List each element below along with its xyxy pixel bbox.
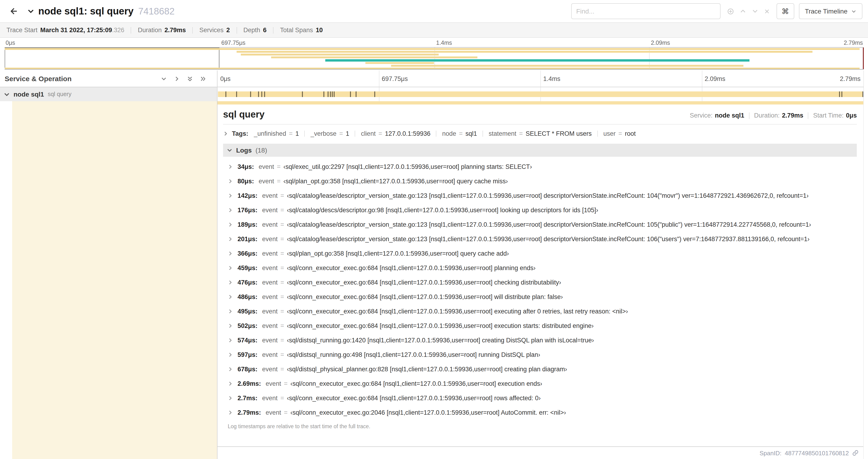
- trace-depth: Depth 6: [243, 27, 267, 34]
- log-equals: =: [284, 409, 288, 416]
- tag-key: _verbose: [311, 130, 337, 137]
- tag-key: node: [442, 130, 456, 137]
- trace-start-ms: .326: [112, 27, 124, 34]
- collapse-controls: [161, 76, 206, 81]
- span-row-label[interactable]: node sql1 sql query: [0, 87, 217, 101]
- log-entry[interactable]: 476μs: event = ‹sql/conn_executor_exec.g…: [228, 275, 857, 290]
- log-entry[interactable]: 34μs: event = ‹sql/exec_util.go:2297 [ns…: [228, 160, 857, 174]
- log-field-value: ‹sql/exec_util.go:2297 [nsql1,client=127…: [283, 163, 532, 170]
- log-entry[interactable]: 495μs: event = ‹sql/conn_executor_exec.g…: [228, 304, 857, 319]
- service-value: node sql1: [715, 112, 744, 119]
- log-entry[interactable]: 142μs: event = ‹sql/catalog/lease/descri…: [228, 189, 857, 203]
- log-entry[interactable]: 366μs: event = ‹sql/plan_opt.go:358 [nsq…: [228, 246, 857, 261]
- trace-duration: Duration 2.79ms: [138, 27, 186, 34]
- expand-all-button[interactable]: [200, 76, 206, 81]
- chevron-right-icon: [228, 164, 233, 169]
- log-equals: =: [284, 380, 288, 387]
- column-tick: 2.79ms: [840, 75, 861, 82]
- minimap-canvas[interactable]: [5, 47, 864, 69]
- trace-summary-bar: Trace Start March 31 2022, 17:25:09 .326…: [0, 22, 868, 38]
- log-field-key: event: [262, 250, 278, 257]
- trace-header-collapse-button[interactable]: [27, 7, 34, 15]
- log-entry[interactable]: 678μs: event = ‹sql/distsql_physical_pla…: [228, 362, 857, 376]
- collapse-one-button[interactable]: [161, 76, 166, 81]
- span-detail-footer: SpanID: 4877749850101760812: [217, 447, 863, 459]
- column-tick: 0μs: [220, 75, 230, 82]
- log-event-tick: [328, 91, 329, 97]
- span-detail-title: sql query: [223, 109, 265, 120]
- log-field-key: event: [259, 163, 274, 170]
- log-event-tick: [842, 91, 843, 97]
- log-event-tick: [355, 91, 356, 97]
- log-entry[interactable]: 2.69ms: event = ‹sql/conn_executor_exec.…: [228, 376, 857, 391]
- tag-item: user = root: [603, 130, 636, 137]
- tag-item: statement = SELECT * FROM users: [489, 130, 603, 137]
- log-entry[interactable]: 502μs: event = ‹sql/conn_executor_exec.g…: [228, 319, 857, 333]
- log-timestamp: 176μs:: [238, 207, 257, 214]
- span-detail-meta: Service: node sql1 Duration: 2.79ms Star…: [690, 112, 857, 119]
- span-duration-bar[interactable]: [218, 91, 863, 97]
- log-entry[interactable]: 2.7ms: event = ‹sql/conn_executor_exec.g…: [228, 391, 857, 405]
- log-event-tick: [862, 91, 863, 97]
- log-entry[interactable]: 201μs: event = ‹sql/catalog/lease/descri…: [228, 232, 857, 246]
- log-entry[interactable]: 597μs: event = ‹sql/distsql_running.go:4…: [228, 348, 857, 362]
- back-button[interactable]: [6, 3, 22, 19]
- log-equals: =: [280, 236, 284, 242]
- find-nav-controls: [727, 8, 770, 15]
- tags-section[interactable]: Tags: _unfinished = 1 _verbose = 1 clien…: [223, 130, 857, 137]
- chevron-down-icon[interactable]: [4, 91, 10, 97]
- log-field-key: event: [262, 366, 278, 373]
- log-entry[interactable]: 176μs: event = ‹sql/catalog/descs/descri…: [228, 203, 857, 217]
- expand-one-button[interactable]: [174, 76, 180, 81]
- log-field-value: ‹sql/plan_opt.go:358 [nsql1,client=127.0…: [283, 178, 508, 185]
- top-bar-actions: ⌘ Trace Timeline: [571, 3, 862, 19]
- log-entry[interactable]: 574μs: event = ‹sql/distsql_running.go:1…: [228, 333, 857, 348]
- logs-footnote: Log timestamps are relative to the start…: [228, 424, 857, 429]
- link-icon[interactable]: [852, 450, 859, 456]
- log-equals: =: [280, 221, 284, 228]
- logs-section-header[interactable]: Logs (18): [223, 144, 857, 157]
- chevron-right-icon: [228, 410, 233, 415]
- tag-item: client = 127.0.0.1:59936: [361, 130, 442, 137]
- find-next-icon[interactable]: [751, 8, 758, 14]
- tag-divider: [483, 131, 483, 137]
- tag-equals: =: [289, 130, 292, 137]
- log-timestamp: 80μs:: [238, 178, 254, 185]
- keyboard-shortcuts-button[interactable]: ⌘: [776, 3, 794, 19]
- minimap-end-cursor[interactable]: [863, 47, 864, 69]
- gridline: [220, 47, 220, 69]
- divider: [273, 27, 274, 33]
- spanid-label: SpanID:: [760, 450, 781, 456]
- chevron-right-icon: [228, 294, 233, 299]
- depth-value: 6: [263, 27, 267, 34]
- tag-item: _verbose = 1: [311, 130, 361, 137]
- tag-divider: [436, 131, 437, 137]
- log-field-value: ‹sql/conn_executor_exec.go:684 [nsql1,cl…: [287, 308, 628, 315]
- log-entry[interactable]: 486μs: event = ‹sql/conn_executor_exec.g…: [228, 290, 857, 304]
- trace-view-dropdown-label: Trace Timeline: [805, 7, 847, 15]
- minimap-viewport-selector[interactable]: [5, 47, 220, 69]
- log-entry[interactable]: 459μs: event = ‹sql/conn_executor_exec.g…: [228, 261, 857, 275]
- minimap-span-bar: [5, 68, 860, 69]
- log-equals: =: [280, 293, 284, 300]
- chevron-down-icon: [161, 76, 166, 81]
- log-field-key: event: [262, 221, 278, 228]
- find-prev-icon[interactable]: [739, 8, 746, 14]
- find-clear-icon[interactable]: [764, 8, 770, 14]
- log-field-value: ‹sql/conn_executor_exec.go:684 [nsql1,cl…: [287, 322, 594, 329]
- collapse-all-button[interactable]: [187, 76, 193, 81]
- page-title: node sql1: sql query 7418682: [38, 6, 175, 17]
- log-entry[interactable]: 189μs: event = ‹sql/catalog/lease/descri…: [228, 217, 857, 232]
- log-field-value: ‹sql/conn_executor_exec.go:684 [nsql1,cl…: [287, 264, 535, 271]
- chevron-right-icon: [228, 236, 233, 242]
- log-field-value: ‹sql/catalog/lease/descriptor_version_st…: [287, 192, 808, 199]
- log-event-tick: [839, 91, 840, 97]
- trace-view-dropdown[interactable]: Trace Timeline: [799, 3, 862, 19]
- logs-heading: Logs: [236, 146, 252, 154]
- log-entry[interactable]: 2.79ms: event = ‹sql/conn_executor_exec.…: [228, 405, 857, 420]
- find-input[interactable]: [571, 3, 720, 19]
- tag-equals: =: [618, 130, 622, 137]
- log-equals: =: [280, 308, 284, 315]
- log-entry[interactable]: 80μs: event = ‹sql/plan_opt.go:358 [nsql…: [228, 174, 857, 189]
- locate-icon[interactable]: [727, 8, 734, 15]
